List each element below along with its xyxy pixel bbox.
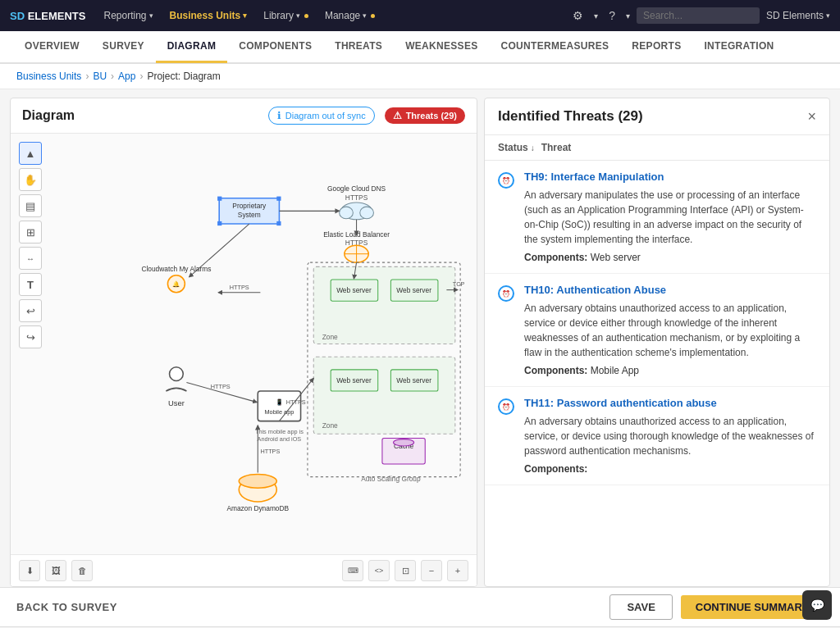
tab-threats[interactable]: THREATS bbox=[323, 30, 394, 63]
sync-badge[interactable]: ℹ Diagram out of sync bbox=[268, 107, 375, 125]
nav-reporting[interactable]: Reporting ▾ bbox=[97, 7, 159, 25]
threat-th10-components: Components: Mobile App bbox=[524, 365, 816, 376]
back-to-survey-button[interactable]: BACK TO SURVEY bbox=[16, 601, 117, 613]
threat-item: ⏰ TH10: Authentication Abuse An adversar… bbox=[485, 274, 829, 387]
tab-overview[interactable]: OVERVIEW bbox=[13, 30, 91, 63]
svg-rect-4 bbox=[276, 197, 281, 201]
nav-manage[interactable]: Manage ▾ bbox=[318, 7, 381, 25]
svg-text:HTTPS: HTTPS bbox=[345, 193, 368, 202]
threat-th10-name[interactable]: TH10: Authentication Abuse bbox=[524, 284, 816, 296]
diagram-svg: Proprietary System Google Cloud DNS HTTP… bbox=[48, 134, 477, 554]
svg-text:User: User bbox=[168, 398, 185, 407]
user-menu[interactable]: SD Elements ▾ bbox=[766, 10, 830, 21]
diagram-header: Diagram ℹ Diagram out of sync ⚠ Threats … bbox=[11, 98, 477, 134]
zoom-out-button[interactable]: − bbox=[421, 560, 442, 581]
threats-panel: Identified Threats (29) × Status ↓ Threa… bbox=[484, 98, 830, 587]
chat-icon: 💬 bbox=[810, 598, 824, 612]
svg-point-39 bbox=[170, 367, 184, 381]
svg-text:Cloudwatch My Alarms: Cloudwatch My Alarms bbox=[141, 265, 211, 273]
svg-rect-37 bbox=[308, 262, 460, 477]
manage-dot-icon bbox=[371, 14, 375, 18]
pan-tool-button[interactable]: ✋ bbox=[19, 168, 42, 191]
diagram-bottom-right: ⌨ <> ⊡ − + bbox=[342, 560, 468, 581]
redo-tool-button[interactable]: ↪ bbox=[19, 325, 42, 348]
brand-logo: SD ELEMENTS bbox=[10, 10, 85, 22]
main-content: Diagram ℹ Diagram out of sync ⚠ Threats … bbox=[0, 89, 840, 587]
sort-down-icon: ↓ bbox=[531, 143, 535, 152]
sync-label: Diagram out of sync bbox=[285, 111, 366, 121]
threats-table-header: Status ↓ Threat bbox=[485, 135, 829, 161]
threat-th9-name[interactable]: TH9: Interface Manipulation bbox=[524, 171, 816, 183]
download-button[interactable]: ⬇ bbox=[19, 560, 40, 581]
threat-th11-components: Components: bbox=[524, 463, 816, 475]
svg-text:Amazon DynamoDB: Amazon DynamoDB bbox=[226, 504, 289, 512]
close-threats-panel-button[interactable]: × bbox=[807, 109, 816, 124]
library-chevron-icon: ▾ bbox=[296, 11, 300, 20]
threat-th11-content: TH11: Password authentication abuse An a… bbox=[524, 397, 816, 475]
nav-business-units[interactable]: Business Units ▾ bbox=[163, 7, 254, 25]
save-button[interactable]: SAVE bbox=[609, 594, 672, 620]
components-label: Components: bbox=[524, 252, 587, 263]
grid-tool-button[interactable]: ⊞ bbox=[19, 221, 42, 243]
diagram-panel: Diagram ℹ Diagram out of sync ⚠ Threats … bbox=[10, 98, 477, 587]
chat-button[interactable]: 💬 bbox=[802, 590, 832, 620]
threat-th9-components-value: Web server bbox=[591, 252, 641, 263]
diagram-bottom-left: ⬇ 🖼 🗑 bbox=[19, 560, 93, 581]
threats-panel-title: Identified Threats (29) bbox=[498, 108, 807, 125]
select-tool-button[interactable]: ▲ bbox=[19, 142, 42, 165]
user-chevron-icon: ▾ bbox=[826, 11, 830, 20]
zoom-in-button[interactable]: + bbox=[447, 560, 468, 581]
undo-tool-button[interactable]: ↩ bbox=[19, 299, 42, 322]
code-view-button[interactable]: <> bbox=[368, 560, 390, 581]
threats-badge[interactable]: ⚠ Threats (29) bbox=[385, 107, 465, 124]
threat-th10-description: An adversary obtains unauthorized access… bbox=[524, 301, 816, 360]
tab-diagram[interactable]: DIAGRAM bbox=[156, 30, 227, 63]
breadcrumb-bu[interactable]: BU bbox=[93, 71, 107, 82]
threat-th11-name[interactable]: TH11: Password authentication abuse bbox=[524, 397, 816, 409]
help-chevron-icon: ▾ bbox=[626, 11, 630, 20]
secondary-navigation: OVERVIEW SURVEY DIAGRAM COMPONENTS THREA… bbox=[0, 31, 840, 64]
settings-icon[interactable]: ⚙ bbox=[568, 7, 587, 24]
tab-weaknesses[interactable]: WEAKNESSES bbox=[394, 30, 489, 63]
breadcrumb-business-units[interactable]: Business Units bbox=[16, 71, 81, 82]
threats-panel-header: Identified Threats (29) × bbox=[485, 98, 829, 135]
tab-countermeasures[interactable]: COUNTERMEASURES bbox=[490, 30, 621, 63]
threats-count-label: Threats (29) bbox=[406, 111, 457, 121]
footer-bar: BACK TO SURVEY SAVE CONTINUE SUMMARY bbox=[0, 587, 840, 626]
settings-chevron-icon: ▾ bbox=[594, 11, 598, 20]
status-sort-button[interactable]: Status ↓ bbox=[498, 142, 535, 153]
threat-item: ⏰ TH11: Password authentication abuse An… bbox=[485, 387, 829, 485]
breadcrumb-app[interactable]: App bbox=[118, 71, 135, 82]
shape-tool-button[interactable]: ▤ bbox=[19, 194, 42, 217]
nav-right-section: ⚙ ▾ ? ▾ SD Elements ▾ bbox=[568, 7, 830, 24]
threat-th10-components-value: Mobile App bbox=[591, 365, 639, 376]
svg-text:HTTPS: HTTPS bbox=[211, 383, 231, 390]
nav-library[interactable]: Library ▾ bbox=[257, 7, 315, 25]
threat-status-icon-th9: ⏰ bbox=[498, 172, 516, 263]
clock-icon: ⏰ bbox=[498, 172, 514, 189]
svg-text:Proprietary: Proprietary bbox=[232, 202, 267, 210]
help-icon[interactable]: ? bbox=[605, 7, 619, 24]
svg-text:System: System bbox=[238, 211, 261, 219]
search-input[interactable] bbox=[637, 7, 760, 24]
svg-point-50 bbox=[239, 474, 276, 488]
text-tool-button[interactable]: T bbox=[19, 273, 42, 296]
fullscreen-button[interactable]: ⊡ bbox=[395, 560, 416, 581]
threats-warning-icon: ⚠ bbox=[393, 110, 402, 121]
breadcrumb-sep-3: › bbox=[139, 71, 143, 82]
tab-survey[interactable]: SURVEY bbox=[91, 30, 156, 63]
delete-button[interactable]: 🗑 bbox=[71, 560, 93, 581]
threat-th9-components: Components: Web server bbox=[524, 252, 816, 263]
tab-components[interactable]: COMPONENTS bbox=[227, 30, 323, 63]
threat-column-label: Threat bbox=[541, 142, 572, 153]
keyboard-shortcut-button[interactable]: ⌨ bbox=[342, 560, 363, 581]
connect-tool-button[interactable]: ↔ bbox=[19, 247, 42, 270]
image-export-button[interactable]: 🖼 bbox=[45, 560, 66, 581]
tab-integration[interactable]: INTEGRATION bbox=[692, 30, 785, 63]
status-column-label: Status bbox=[498, 142, 528, 153]
threats-list: ⏰ TH9: Interface Manipulation An adversa… bbox=[485, 161, 829, 586]
components-label-th10: Components: bbox=[524, 365, 587, 376]
diagram-canvas[interactable]: ▲ ✋ ▤ ⊞ ↔ T ↩ ↪ Proprietary System bbox=[11, 134, 477, 554]
svg-line-60 bbox=[189, 224, 249, 277]
tab-reports[interactable]: REPORTS bbox=[620, 30, 692, 63]
